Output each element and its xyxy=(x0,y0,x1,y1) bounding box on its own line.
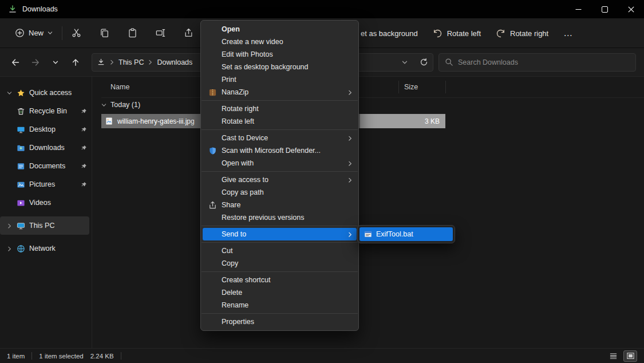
back-button[interactable] xyxy=(8,55,23,70)
back-icon xyxy=(11,58,20,67)
column-divider[interactable] xyxy=(445,81,446,93)
downloads-folder-icon xyxy=(17,144,25,152)
breadcrumb-segment-this-pc[interactable]: This PC xyxy=(118,58,144,66)
menu-item-label: Give access to xyxy=(222,176,268,184)
maximize-button[interactable] xyxy=(591,0,618,18)
this-pc-icon xyxy=(17,222,25,230)
menu-item-set-as-desktop-background[interactable]: Set as desktop background xyxy=(201,61,358,73)
file-size-cell: 3 KB xyxy=(360,114,445,128)
sidebar-item-quick-access[interactable]: Quick access xyxy=(0,84,92,102)
sidebar-item-label: Desktop xyxy=(29,125,77,133)
minimize-button[interactable] xyxy=(565,0,591,18)
breadcrumb-segment-downloads[interactable]: Downloads xyxy=(157,58,192,66)
rotate-right-button[interactable]: Rotate right xyxy=(496,29,548,38)
sidebar-item-videos[interactable]: Videos xyxy=(0,194,92,212)
up-button[interactable] xyxy=(68,55,83,70)
new-button[interactable]: New xyxy=(9,25,58,41)
minimize-icon xyxy=(575,6,582,13)
menu-separator xyxy=(202,100,358,101)
sidebar-item-documents[interactable]: Documents xyxy=(0,157,92,175)
menu-item-copy[interactable]: Copy xyxy=(201,257,358,270)
menu-item-label: Send to xyxy=(222,230,246,238)
sidebar-item-pictures[interactable]: Pictures xyxy=(0,175,92,194)
window-title: Downloads xyxy=(22,5,58,13)
menu-item-create-shortcut[interactable]: Create shortcut xyxy=(201,274,358,286)
more-icon: … xyxy=(563,28,573,38)
menu-item-properties[interactable]: Properties xyxy=(201,315,358,328)
menu-item-open-with[interactable]: Open with xyxy=(201,157,358,169)
group-header-label: Today (1) xyxy=(110,101,140,109)
menu-item-cast-to-device[interactable]: Cast to Device xyxy=(201,132,358,144)
menu-item-rotate-right[interactable]: Rotate right xyxy=(201,102,358,115)
forward-button[interactable] xyxy=(28,55,43,70)
sidebar-item-recycle-bin[interactable]: Recycle Bin xyxy=(0,102,92,120)
close-button[interactable] xyxy=(618,0,644,18)
recycle-bin-icon xyxy=(17,107,25,116)
more-options-button[interactable]: … xyxy=(563,28,573,38)
sidebar-item-desktop[interactable]: Desktop xyxy=(0,120,92,139)
menu-item-label: Share xyxy=(222,201,240,209)
chevron-down-icon xyxy=(101,102,106,108)
menu-item-nanazip[interactable]: NanaZip xyxy=(201,86,358,98)
set-as-background-button[interactable]: et as background xyxy=(361,29,418,38)
menu-item-rename[interactable]: Rename xyxy=(201,299,358,311)
menu-item-scan-with-microsoft-defender[interactable]: Scan with Microsoft Defender... xyxy=(201,144,358,157)
toolbar-actions xyxy=(72,28,193,38)
menu-item-restore-previous-versions[interactable]: Restore previous versions xyxy=(201,211,358,224)
recent-locations-button[interactable] xyxy=(48,55,63,70)
header-rule xyxy=(101,97,644,98)
menu-item-edit-with-photos[interactable]: Edit with Photos xyxy=(201,48,358,61)
menu-item-give-access-to[interactable]: Give access to xyxy=(201,173,358,186)
share-icon[interactable] xyxy=(184,28,193,38)
menu-item-label: Cast to Device xyxy=(222,134,268,142)
column-header-name[interactable]: Name xyxy=(110,83,129,91)
sidebar-item-downloads[interactable]: Downloads xyxy=(0,139,92,157)
details-view-button[interactable] xyxy=(606,350,620,362)
status-bar: 1 item 1 item selected 2.24 KB xyxy=(0,348,644,363)
sidebar-item-network[interactable]: Network xyxy=(0,239,92,258)
copy-icon[interactable] xyxy=(100,28,109,38)
menu-item-delete[interactable]: Delete xyxy=(201,286,358,299)
menu-item-open[interactable]: Open xyxy=(201,23,358,35)
search-input[interactable] xyxy=(458,58,630,66)
menu-item-share[interactable]: Share xyxy=(201,199,358,211)
star-icon xyxy=(17,89,25,97)
menu-item-label: Properties xyxy=(222,318,254,326)
menu-item-print[interactable]: Print xyxy=(201,73,358,86)
new-button-label: New xyxy=(29,29,44,37)
rotate-left-button[interactable]: Rotate left xyxy=(433,29,481,38)
status-item-count: 1 item xyxy=(7,353,25,360)
submenu-item-exiftool[interactable]: ExifTool.bat xyxy=(359,227,453,241)
menu-item-label: Create a new video xyxy=(222,38,283,46)
file-list-pane: Name Size Today (1) william-henry-gates-… xyxy=(92,77,644,348)
menu-item-label: Print xyxy=(222,76,236,84)
menu-item-cut[interactable]: Cut xyxy=(201,244,358,257)
desktop-icon xyxy=(17,125,25,134)
paste-icon[interactable] xyxy=(128,28,137,38)
menu-separator xyxy=(202,271,358,272)
submenu-arrow-icon xyxy=(347,232,353,237)
cut-icon[interactable] xyxy=(72,28,81,38)
refresh-icon[interactable] xyxy=(420,58,428,66)
menu-item-copy-as-path[interactable]: Copy as path xyxy=(201,186,358,199)
group-header-today[interactable]: Today (1) xyxy=(101,101,140,109)
pin-icon xyxy=(81,182,87,188)
sidebar-item-label: Recycle Bin xyxy=(29,107,77,115)
sidebar-item-this-pc[interactable]: This PC xyxy=(0,216,89,235)
menu-item-send-to[interactable]: Send to xyxy=(203,228,357,240)
menu-item-rotate-left[interactable]: Rotate left xyxy=(201,115,358,128)
network-icon xyxy=(17,244,25,253)
address-dropdown-chevron-icon[interactable] xyxy=(402,60,408,65)
menu-item-label: Edit with Photos xyxy=(222,50,273,58)
pictures-icon xyxy=(17,180,25,189)
context-menu: Open Create a new video Edit with Photos… xyxy=(200,20,359,331)
menu-item-create-a-new-video[interactable]: Create a new video xyxy=(201,35,358,48)
column-divider[interactable] xyxy=(398,81,399,93)
thumbnail-view-button[interactable] xyxy=(623,350,637,362)
downloads-icon xyxy=(97,58,105,66)
column-header-size[interactable]: Size xyxy=(404,83,418,91)
thumbnail-view-icon xyxy=(626,352,635,360)
pin-icon xyxy=(81,108,87,115)
rotate-right-label: Rotate right xyxy=(510,29,548,38)
rename-icon[interactable] xyxy=(156,28,165,38)
